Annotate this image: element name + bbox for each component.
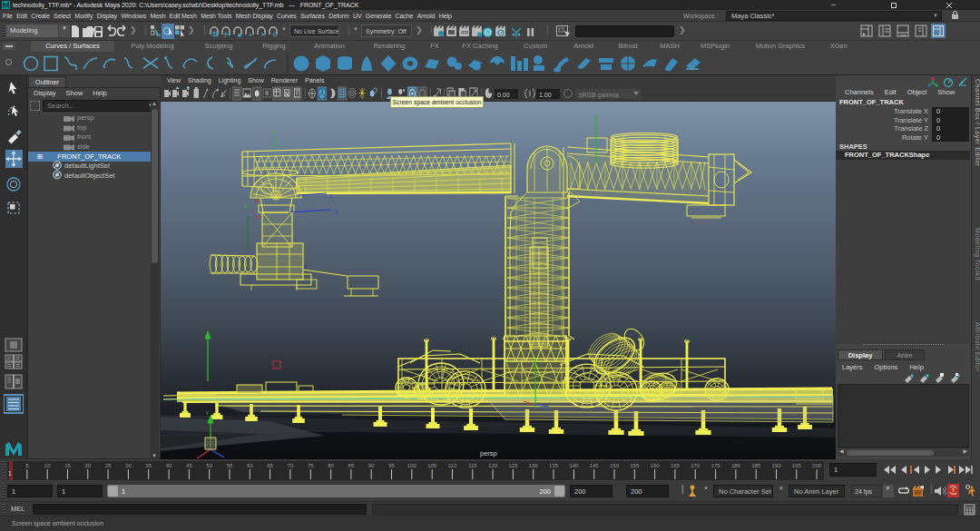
- svg-text:x: x: [255, 197, 259, 203]
- svg-text:65: 65: [267, 463, 273, 468]
- svg-text:15: 15: [64, 463, 71, 468]
- svg-text:25: 25: [105, 463, 112, 468]
- svg-text:145: 145: [590, 463, 600, 468]
- svg-text:IPR: IPR: [461, 30, 469, 35]
- svg-text:80: 80: [328, 463, 334, 468]
- svg-text:95: 95: [388, 463, 395, 468]
- svg-text:135: 135: [549, 463, 559, 468]
- svg-text:110: 110: [448, 463, 457, 468]
- svg-text:70: 70: [288, 463, 294, 468]
- svg-text:140: 140: [569, 463, 579, 468]
- svg-text:200: 200: [812, 463, 822, 468]
- svg-text:45: 45: [186, 463, 192, 468]
- svg-text:60: 60: [247, 463, 253, 468]
- svg-text:85: 85: [348, 463, 355, 468]
- svg-text:100: 100: [407, 463, 417, 468]
- svg-text:30: 30: [125, 463, 132, 468]
- svg-text:175: 175: [711, 463, 721, 468]
- svg-text:120: 120: [488, 463, 498, 468]
- svg-text:z: z: [335, 209, 338, 215]
- svg-text:195: 195: [792, 463, 802, 468]
- svg-text:105: 105: [427, 463, 437, 468]
- svg-text:50: 50: [206, 463, 212, 468]
- svg-text:160: 160: [651, 463, 661, 468]
- svg-text:z: z: [304, 263, 308, 270]
- svg-text:130: 130: [529, 463, 539, 468]
- svg-text:125: 125: [508, 463, 518, 468]
- svg-text:1.00: 1.00: [539, 92, 552, 98]
- svg-text:y: y: [273, 129, 277, 136]
- svg-text:170: 170: [691, 463, 701, 468]
- svg-text:y: y: [206, 409, 209, 415]
- svg-text:55: 55: [227, 463, 233, 468]
- svg-text:y: y: [244, 202, 248, 210]
- svg-text:185: 185: [751, 463, 761, 468]
- svg-text:165: 165: [671, 463, 681, 468]
- svg-text:75: 75: [308, 463, 314, 468]
- svg-text:180: 180: [731, 463, 741, 468]
- svg-text:115: 115: [468, 463, 477, 468]
- svg-text:10: 10: [44, 463, 51, 468]
- svg-text:z: z: [329, 192, 333, 199]
- svg-text:150: 150: [610, 463, 620, 468]
- svg-text:x: x: [255, 213, 259, 220]
- svg-text:20: 20: [84, 463, 91, 468]
- svg-text:sRGB gamma: sRGB gamma: [579, 92, 619, 99]
- svg-text:90: 90: [368, 463, 375, 468]
- svg-text:190: 190: [771, 463, 781, 468]
- svg-text:40: 40: [166, 463, 172, 468]
- svg-text:35: 35: [145, 463, 152, 468]
- svg-text:5: 5: [25, 463, 29, 468]
- svg-text:155: 155: [630, 463, 640, 468]
- svg-text:0.00: 0.00: [497, 92, 510, 98]
